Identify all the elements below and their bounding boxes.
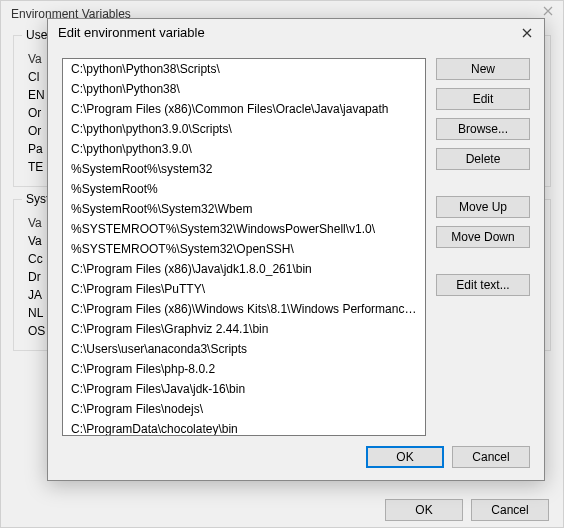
path-item[interactable]: C:\Program Files\nodejs\ [63, 399, 425, 419]
path-item[interactable]: C:\Program Files (x86)\Java\jdk1.8.0_261… [63, 259, 425, 279]
path-item[interactable]: C:\Program Files\Java\jdk-16\bin [63, 379, 425, 399]
path-item[interactable]: C:\ProgramData\chocolatey\bin [63, 419, 425, 436]
edit-env-var-dialog: Edit environment variable C:\python\Pyth… [47, 18, 545, 481]
path-item[interactable]: %SYSTEMROOT%\System32\OpenSSH\ [63, 239, 425, 259]
path-item[interactable]: C:\Users\user\anaconda3\Scripts [63, 339, 425, 359]
path-item[interactable]: C:\Program Files\php-8.0.2 [63, 359, 425, 379]
delete-button[interactable]: Delete [436, 148, 530, 170]
path-item[interactable]: C:\python\Python38\Scripts\ [63, 59, 425, 79]
path-item[interactable]: C:\Program Files (x86)\Windows Kits\8.1\… [63, 299, 425, 319]
path-item[interactable]: %SystemRoot% [63, 179, 425, 199]
path-item[interactable]: C:\Program Files\Graphviz 2.44.1\bin [63, 319, 425, 339]
move-up-button[interactable]: Move Up [436, 196, 530, 218]
path-list[interactable]: C:\python\Python38\Scripts\C:\python\Pyt… [62, 58, 426, 436]
cancel-button[interactable]: Cancel [471, 499, 549, 521]
browse-button[interactable]: Browse... [436, 118, 530, 140]
new-button[interactable]: New [436, 58, 530, 80]
move-down-button[interactable]: Move Down [436, 226, 530, 248]
ok-button[interactable]: OK [385, 499, 463, 521]
path-item[interactable]: C:\Program Files\PuTTY\ [63, 279, 425, 299]
path-item[interactable]: C:\Program Files (x86)\Common Files\Orac… [63, 99, 425, 119]
ok-button[interactable]: OK [366, 446, 444, 468]
edit-button[interactable]: Edit [436, 88, 530, 110]
close-icon[interactable] [520, 26, 534, 40]
path-item[interactable]: %SystemRoot%\System32\Wbem [63, 199, 425, 219]
side-buttons: New Edit Browse... Delete Move Up Move D… [436, 58, 530, 436]
path-item[interactable]: C:\python\python3.9.0\ [63, 139, 425, 159]
close-icon[interactable] [543, 5, 557, 19]
dialog-title: Edit environment variable [58, 25, 205, 40]
path-item[interactable]: %SYSTEMROOT%\System32\WindowsPowerShell\… [63, 219, 425, 239]
path-item[interactable]: C:\python\Python38\ [63, 79, 425, 99]
cancel-button[interactable]: Cancel [452, 446, 530, 468]
path-item[interactable]: C:\python\python3.9.0\Scripts\ [63, 119, 425, 139]
path-item[interactable]: %SystemRoot%\system32 [63, 159, 425, 179]
edit-text-button[interactable]: Edit text... [436, 274, 530, 296]
